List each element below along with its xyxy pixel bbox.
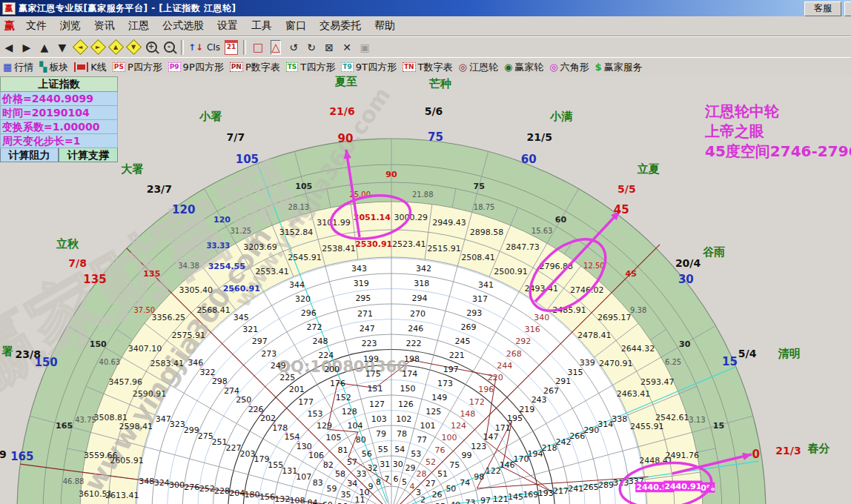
pan-left-icon: ◄ (72, 39, 87, 55)
svg-text:3254.55: 3254.55 (208, 262, 245, 271)
menu-item-3[interactable]: 资讯 (87, 18, 122, 34)
calc-support-button[interactable]: 计算支撑 (59, 148, 118, 162)
svg-text:5: 5 (402, 477, 407, 487)
svg-text:2613.41: 2613.41 (105, 491, 139, 500)
rotate-ccw-button[interactable]: ↺ (285, 39, 302, 56)
yingjia-wheel-button[interactable]: ◉赢家轮 (504, 61, 543, 74)
menu-item-9[interactable]: 交易委托 (313, 18, 368, 34)
menu-item-1[interactable]: 文件 (19, 18, 53, 34)
svg-text:341: 341 (478, 280, 494, 290)
svg-text:2695.17: 2695.17 (597, 313, 632, 322)
svg-text:200: 200 (324, 365, 340, 374)
svg-text:197: 197 (443, 365, 459, 374)
menu-item-10[interactable]: 帮助 (368, 18, 402, 34)
rotate-cw-button[interactable]: ↻ (303, 39, 319, 56)
hexagon-icon: ◎ (549, 62, 557, 73)
svg-text:149: 149 (431, 393, 447, 402)
zoom-out-icon: - (164, 42, 175, 53)
bankuai-label: 板块 (49, 61, 68, 74)
svg-text:76: 76 (434, 445, 445, 455)
annotation-line-1: 江恩轮中轮 (705, 102, 851, 122)
forward-button[interactable]: ▶ (19, 39, 35, 56)
customer-service-button[interactable]: 客服 (804, 1, 841, 16)
svg-text:99: 99 (462, 451, 472, 460)
back-button[interactable]: ◀ (1, 39, 17, 56)
kline-button[interactable]: K线 (74, 61, 107, 74)
svg-text:15: 15 (722, 355, 738, 368)
gann-wheel-button[interactable]: ◎江恩轮 (459, 61, 498, 74)
menu-item-2[interactable]: 浏览 (53, 18, 87, 34)
pan-down-button[interactable]: ▼ (125, 39, 142, 56)
9p-square-button[interactable]: P99P四方形 (168, 61, 224, 74)
hexagon-button[interactable]: ◎六角形 (549, 61, 589, 74)
service-button[interactable]: $赢家服务 (595, 61, 643, 74)
triangle-tool-icon: △ (271, 40, 281, 55)
svg-text:156: 156 (259, 492, 275, 502)
collapse-button[interactable]: ✕ (339, 39, 355, 56)
calendar-button[interactable]: 21 (223, 39, 239, 56)
toolbar-separator (243, 40, 246, 55)
square-tool-button[interactable]: □ (250, 39, 266, 56)
zoom-in-button[interactable]: + (143, 39, 159, 56)
9t-square-button[interactable]: T99T四方形 (341, 61, 397, 74)
box-x-icon: ⊠ (325, 42, 334, 53)
t-table-label: T数字表 (418, 61, 453, 74)
menu-item-6[interactable]: 设置 (211, 18, 245, 34)
svg-text:103: 103 (371, 414, 387, 424)
calc-resistance-button[interactable]: 计算阻力 (0, 148, 59, 162)
updown-button[interactable]: ↑↓ (188, 39, 204, 56)
bankuai-button[interactable]: ▚板块 (39, 61, 68, 74)
forum-button[interactable]: 论坛 (844, 1, 851, 16)
svg-text:150: 150 (400, 384, 416, 394)
svg-text:52: 52 (426, 457, 436, 467)
svg-text:2644.32: 2644.32 (621, 344, 655, 354)
svg-text:9: 9 (0, 448, 7, 460)
svg-text:2593.47: 2593.47 (640, 377, 675, 387)
svg-text:90: 90 (338, 132, 354, 145)
menu-item-8[interactable]: 窗口 (279, 18, 313, 34)
zoom-out-button[interactable]: - (161, 39, 177, 56)
svg-text:275: 275 (198, 431, 213, 441)
easel-button[interactable]: ▣ (357, 39, 373, 56)
triangle-tool-button[interactable]: △ (268, 39, 284, 56)
rotate-cw-icon: ↻ (307, 42, 316, 53)
svg-text:0: 0 (752, 448, 760, 461)
easel-icon: ▣ (360, 42, 369, 53)
svg-text:27: 27 (426, 479, 436, 488)
svg-text:105: 105 (295, 182, 312, 191)
svg-text:202: 202 (260, 414, 276, 423)
pan-right-button[interactable]: ► (90, 39, 106, 56)
menu-item-7[interactable]: 工具 (245, 18, 279, 34)
t-square-button[interactable]: TST四方形 (286, 61, 336, 74)
svg-text:31.25: 31.25 (231, 227, 252, 235)
svg-text:5/4: 5/4 (738, 348, 757, 359)
t-table-button[interactable]: TNT数字表 (403, 61, 453, 74)
svg-text:3.13: 3.13 (689, 416, 705, 424)
box-x-button[interactable]: ⊠ (321, 39, 337, 56)
9p-square-label: 9P四方形 (183, 61, 224, 74)
cis-icon: CIs (207, 42, 220, 53)
p-table-button[interactable]: PNP数字表 (230, 61, 280, 74)
svg-text:195: 195 (507, 414, 523, 423)
pan-up-button[interactable]: ▲ (107, 39, 124, 56)
hangqing-button[interactable]: ▦行情 (3, 61, 33, 74)
svg-text:323: 323 (170, 420, 185, 429)
svg-text:79: 79 (376, 429, 386, 439)
menu-item-4[interactable]: 江恩 (122, 18, 156, 34)
svg-text:75: 75 (449, 460, 460, 470)
rotate-up-button[interactable]: ▲ (36, 39, 53, 56)
svg-text:3457.96: 3457.96 (109, 377, 143, 387)
svg-text:218: 218 (541, 443, 557, 453)
menu-item-5[interactable]: 公式选股 (156, 18, 211, 34)
svg-text:101: 101 (420, 421, 435, 431)
p-square-button[interactable]: PSP四方形 (113, 61, 162, 74)
svg-text:春分: 春分 (807, 442, 830, 455)
svg-text:344: 344 (289, 280, 305, 290)
rotate-down-button[interactable]: ▼ (54, 39, 70, 56)
svg-text:247: 247 (360, 324, 375, 334)
svg-text:268: 268 (506, 349, 522, 359)
pan-left-button[interactable]: ◄ (72, 39, 88, 56)
cis-button[interactable]: CIs (205, 39, 222, 56)
app-window: 赢 赢家江恩专业版[赢家服务平台] - [上证指数 江恩轮] 客服 论坛 赢 文… (0, 0, 851, 504)
svg-text:33.33: 33.33 (207, 242, 231, 250)
